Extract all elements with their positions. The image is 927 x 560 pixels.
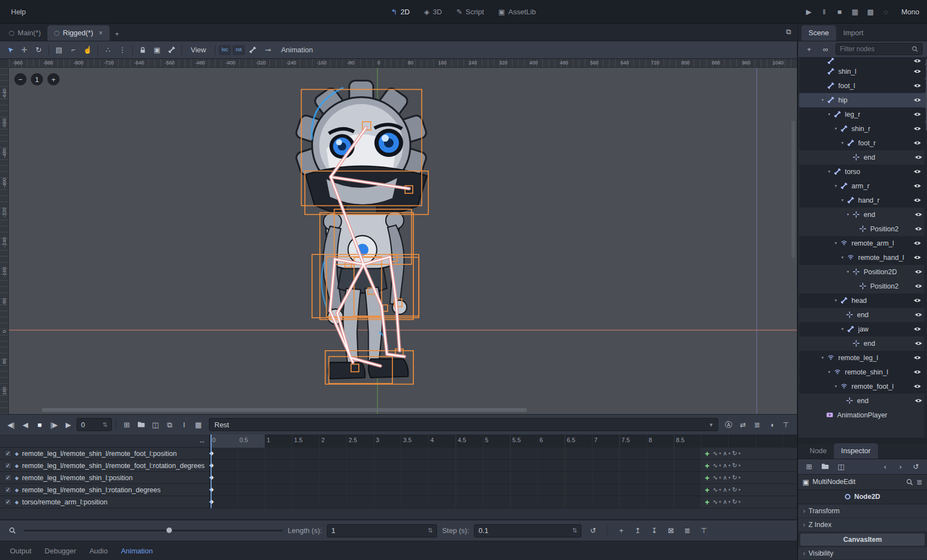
visibility-eye-icon[interactable] [913, 297, 921, 303]
visibility-eye-icon[interactable] [913, 197, 921, 203]
tree-node-remote_leg_l[interactable]: ▾remote_leg_l [799, 351, 926, 365]
visibility-eye-icon[interactable] [913, 383, 921, 389]
tree-node-jaw[interactable]: ▾jaw [799, 322, 926, 336]
tree-node-shin_l[interactable]: shin_l [799, 64, 926, 79]
delete-key-button[interactable]: ⊠ [664, 524, 677, 537]
animation-select-dropdown[interactable]: Rest ▾ [209, 418, 718, 431]
new-animation-button[interactable]: ⊞ [120, 418, 133, 431]
robot-sprite[interactable] [295, 80, 428, 379]
visibility-eye-icon[interactable] [913, 240, 921, 246]
distraction-free-button[interactable]: ⧉ [782, 25, 795, 38]
interpolation-mode-dropdown[interactable]: ∧▾ [723, 474, 730, 481]
timeline-zoom-slider[interactable] [24, 530, 283, 531]
loop-mode-dropdown[interactable]: ↻▾ [732, 450, 741, 457]
visibility-eye-icon[interactable] [913, 355, 921, 361]
history-back-button[interactable]: ‹ [879, 460, 892, 473]
track-row[interactable]: ✓◆torso/remote_arm_l:position◆+∿▾∧▾↻▾ [0, 496, 797, 508]
zoom-reset-button[interactable]: 1 [31, 73, 43, 85]
slider-thumb[interactable] [166, 528, 172, 533]
tree-node-Position2[interactable]: Position2 [798, 222, 927, 236]
visibility-eye-icon[interactable] [913, 168, 921, 175]
search-properties-icon[interactable] [906, 479, 913, 486]
class-category-canvasitem[interactable]: CanvasItem [800, 534, 925, 546]
collapse-arrow-icon[interactable]: ▾ [844, 269, 851, 274]
collapse-arrow-icon[interactable]: ▾ [844, 212, 851, 217]
workspace-script[interactable]: ✎Script [451, 6, 489, 18]
auto-insert-rotation-key-button[interactable]: rot [233, 45, 245, 55]
add-key-button[interactable]: + [705, 498, 709, 507]
select-tool-button[interactable]: ➤ [3, 44, 17, 57]
collapse-arrow-icon[interactable]: ▾ [832, 298, 839, 303]
load-animation-button[interactable] [134, 418, 148, 431]
visibility-eye-icon[interactable] [913, 326, 921, 332]
visibility-eye-icon[interactable] [914, 154, 923, 160]
rotate-tool-button[interactable]: ↻ [32, 44, 45, 57]
pin-panel-button[interactable]: ⊤ [779, 418, 793, 431]
play-backwards-button[interactable]: ◀ [19, 418, 32, 431]
add-key-button[interactable]: + [705, 461, 709, 470]
stop-button[interactable]: ■ [833, 5, 846, 18]
tree-node-shin_r[interactable]: ▾shin_r [799, 122, 926, 136]
new-resource-button[interactable]: ⊞ [802, 460, 816, 473]
snap-menu-button[interactable]: ⋮ [116, 44, 129, 57]
visibility-eye-icon[interactable] [913, 140, 921, 146]
visibility-eye-icon[interactable] [913, 369, 921, 375]
tree-node-remote_shin_l[interactable]: ▾remote_shin_l [799, 365, 926, 379]
list-select-button[interactable]: ▤ [52, 44, 66, 57]
track-timeline[interactable]: ◆ [209, 484, 700, 496]
collapse-arrow-icon[interactable]: ▾ [832, 384, 839, 389]
collapse-arrow-icon[interactable]: ▾ [819, 97, 826, 102]
visibility-eye-icon[interactable] [914, 269, 923, 275]
tree-node-remote_hand_l[interactable]: ▾remote_hand_l [799, 251, 926, 265]
interpolation-mode-dropdown[interactable]: ∧▾ [723, 486, 730, 493]
move-tool-button[interactable]: ✛ [18, 44, 31, 57]
viewport-canvas[interactable] [9, 68, 797, 414]
track-timeline[interactable]: ◆ [209, 448, 700, 459]
play-forward-button[interactable]: ▶ [62, 418, 75, 431]
collapse-arrow-icon[interactable]: ▾ [819, 355, 826, 360]
collapse-arrow-icon[interactable]: ▾ [832, 126, 839, 131]
dock-tab-import[interactable]: Import [836, 25, 871, 41]
interpolation-mode-dropdown[interactable]: ∧▾ [723, 450, 730, 457]
2d-viewport[interactable]: -960-880-800-720-640-560-480-400-320-240… [0, 59, 797, 414]
edited-object-row[interactable]: ▣ MultiNodeEdit ≣ [798, 475, 927, 490]
visibility-eye-icon[interactable] [913, 97, 921, 103]
tree-node-end[interactable]: end [798, 336, 927, 351]
save-animation-button[interactable]: ◫ [149, 418, 162, 431]
tree-node-leg_r[interactable]: ▾leg_r [799, 107, 926, 122]
tree-node-head[interactable]: ▾head [799, 293, 926, 308]
visibility-eye-icon[interactable] [913, 126, 921, 132]
update-mode-dropdown[interactable]: ∿▾ [713, 450, 721, 457]
add-track-button[interactable]: + [615, 524, 628, 537]
tree-node-Position2D[interactable]: ▾Position2D [798, 265, 927, 279]
timeline-playhead[interactable] [211, 434, 212, 508]
collapse-arrow-icon[interactable]: ▾ [839, 140, 846, 145]
visibility-eye-icon[interactable] [913, 111, 921, 117]
update-mode-dropdown[interactable]: ∿▾ [713, 474, 721, 481]
inspector-tab-inspector[interactable]: Inspector [834, 443, 877, 459]
tree-node-foot_l[interactable]: foot_l [799, 79, 926, 93]
step-spinbox[interactable]: 0.1 ⇅ [474, 524, 581, 537]
pan-tool-button[interactable]: ☝ [81, 44, 94, 57]
add-key-button[interactable]: + [705, 486, 709, 494]
history-forward-button[interactable]: › [894, 460, 907, 473]
spinbox-arrows-icon[interactable]: ⇅ [103, 421, 107, 428]
load-resource-button[interactable] [818, 460, 832, 473]
tree-node-remote_foot_l[interactable]: ▾remote_foot_l [799, 379, 926, 394]
track-timeline[interactable]: ◆ [209, 472, 700, 483]
visibility-eye-icon[interactable] [914, 283, 923, 289]
tree-node-Position2[interactable]: Position2 [798, 279, 927, 293]
track-enabled-checkbox[interactable]: ✓ [4, 450, 12, 457]
section-visibility[interactable]: › Visibility [798, 547, 927, 560]
tree-node-end[interactable]: end [798, 308, 927, 322]
zoom-in-button[interactable]: + [47, 73, 60, 85]
play-from-start-button[interactable]: |▶ [47, 418, 61, 431]
tree-node-clipped[interactable] [799, 58, 926, 64]
duplicate-animation-button[interactable]: ⧉ [163, 418, 176, 431]
bottom-tab-debugger[interactable]: Debugger [45, 547, 76, 555]
interpolation-mode-dropdown[interactable]: ∧▾ [723, 498, 730, 505]
ruler-mode-button[interactable]: ⌐ [67, 44, 80, 57]
tree-node-AnimationPlayer[interactable]: AnimationPlayer [798, 408, 927, 422]
loop-mode-dropdown[interactable]: ↻▾ [732, 498, 741, 505]
spinbox-arrows-icon[interactable]: ⇅ [428, 527, 433, 534]
